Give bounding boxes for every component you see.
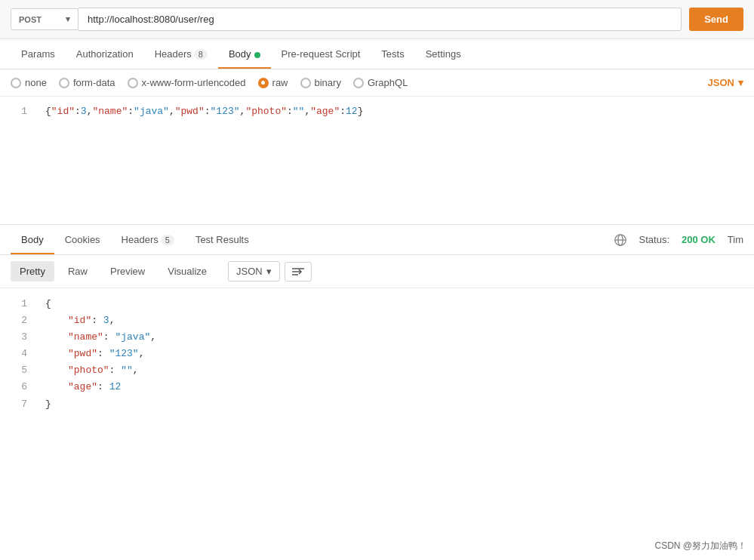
res-headers-badge: 5: [161, 235, 174, 245]
res-json-arrow: ▾: [266, 266, 272, 277]
response-code-content: { "id": 3, "name": "java", "pwd": "123",…: [38, 296, 754, 552]
radio-none-circle: [11, 78, 21, 88]
radio-form-data[interactable]: form-data: [59, 77, 115, 88]
res-tab-body[interactable]: Body: [11, 225, 54, 254]
editor-content[interactable]: {"id":3,"name":"java","pwd":"123","photo…: [38, 104, 754, 217]
radio-form-data-circle: [59, 78, 69, 88]
method-dropdown-icon: ▾: [66, 14, 70, 24]
url-input[interactable]: [78, 8, 682, 31]
headers-badge: 8: [194, 49, 208, 60]
res-line-4: "pwd": "123",: [45, 346, 746, 362]
status-label: Status:: [639, 234, 669, 245]
tab-params[interactable]: Params: [11, 39, 66, 69]
res-line-1: {: [45, 296, 746, 312]
response-line-numbers: 1 2 3 4 5 6 7: [0, 296, 38, 552]
res-line-2: "id": 3,: [45, 312, 746, 329]
method-select[interactable]: POST ▾: [11, 8, 78, 30]
editor-line-numbers: 1: [0, 104, 38, 217]
editor-line-1: {"id":3,"name":"java","pwd":"123","photo…: [45, 104, 746, 120]
response-format-bar: Pretty Raw Preview Visualize JSON ▾: [0, 255, 754, 288]
watermark: CSDN @努力加油鸭！: [654, 540, 746, 552]
res-line-6: "age": 12: [45, 379, 746, 395]
radio-graphql[interactable]: GraphQL: [353, 77, 408, 88]
response-body: 1 2 3 4 5 6 7 { "id": 3, "name": "java",…: [0, 288, 754, 560]
res-line-5: "photo": "",: [45, 362, 746, 379]
res-line-7: }: [45, 396, 746, 413]
radio-binary-circle: [300, 78, 311, 88]
radio-raw-circle: [258, 78, 269, 88]
radio-binary[interactable]: binary: [300, 77, 341, 88]
res-tab-cookies[interactable]: Cookies: [54, 225, 111, 254]
tab-authorization[interactable]: Authorization: [66, 39, 144, 69]
radio-urlencoded-circle: [128, 78, 138, 88]
send-button[interactable]: Send: [689, 8, 743, 31]
res-line-3: "name": "java",: [45, 329, 746, 346]
radio-none[interactable]: none: [11, 77, 47, 88]
status-time: Tim: [728, 234, 743, 245]
status-area: Status: 200 OK Tim: [614, 233, 743, 247]
request-body-editor[interactable]: 1 {"id":3,"name":"java","pwd":"123","pho…: [0, 97, 754, 225]
tab-headers[interactable]: Headers8: [144, 39, 218, 69]
format-tab-raw[interactable]: Raw: [59, 261, 97, 282]
json-format-dropdown[interactable]: JSON ▾: [708, 77, 743, 88]
format-tab-preview[interactable]: Preview: [101, 261, 154, 282]
method-label: POST: [19, 15, 42, 24]
res-tab-testresults[interactable]: Test Results: [185, 225, 260, 254]
response-json-dropdown[interactable]: JSON ▾: [228, 261, 280, 282]
wrap-icon: [291, 266, 305, 277]
tab-prerequest[interactable]: Pre-request Script: [271, 39, 371, 69]
line-num-1: 1: [11, 104, 27, 120]
radio-raw[interactable]: raw: [258, 77, 288, 88]
wrap-button[interactable]: [285, 262, 312, 282]
response-tabs-bar: Body Cookies Headers5 Test Results Statu…: [0, 225, 754, 255]
status-value: 200 OK: [682, 234, 716, 245]
json-dropdown-arrow: ▾: [738, 77, 743, 88]
tab-tests[interactable]: Tests: [371, 39, 414, 69]
url-bar: POST ▾ Send: [0, 0, 754, 39]
response-section: Body Cookies Headers5 Test Results Statu…: [0, 225, 754, 560]
radio-urlencoded[interactable]: x-www-form-urlencoded: [128, 77, 246, 88]
body-type-bar: none form-data x-www-form-urlencoded raw…: [0, 69, 754, 97]
format-tab-pretty[interactable]: Pretty: [11, 261, 54, 282]
tab-settings[interactable]: Settings: [415, 39, 472, 69]
radio-graphql-circle: [353, 78, 364, 88]
request-tabs: Params Authorization Headers8 Body Pre-r…: [0, 39, 754, 69]
tab-body[interactable]: Body: [218, 39, 271, 69]
body-dot: [254, 52, 260, 58]
res-tab-headers[interactable]: Headers5: [111, 225, 185, 254]
radio-raw-inner: [261, 81, 265, 85]
format-tab-visualize[interactable]: Visualize: [158, 261, 216, 282]
globe-icon: [614, 233, 627, 247]
